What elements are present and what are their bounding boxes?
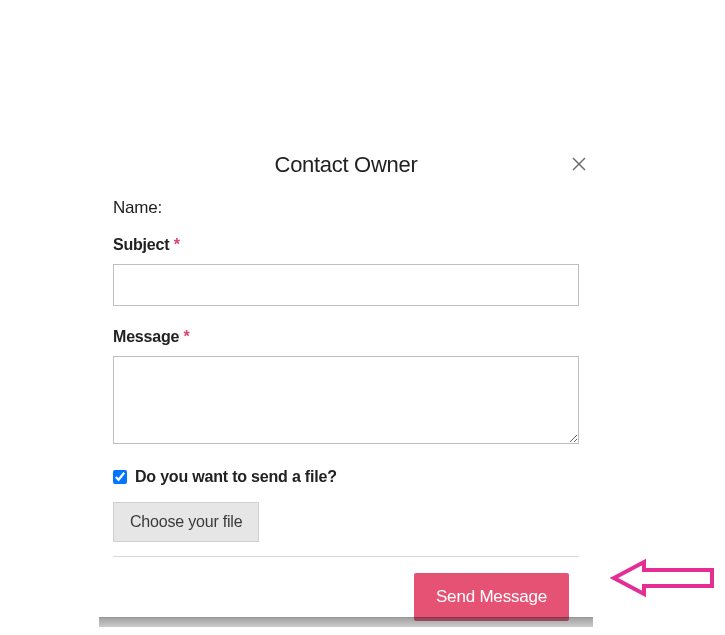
modal-title: Contact Owner	[99, 152, 593, 178]
required-indicator: *	[183, 328, 189, 345]
subject-input[interactable]	[113, 264, 579, 306]
subject-label-text: Subject	[113, 236, 169, 253]
send-message-button[interactable]: Send Message	[414, 573, 569, 621]
send-file-checkbox-label: Do you want to send a file?	[135, 468, 337, 486]
message-label-text: Message	[113, 328, 179, 345]
send-file-checkbox[interactable]	[113, 470, 127, 484]
close-icon[interactable]	[571, 156, 587, 176]
choose-file-button[interactable]: Choose your file	[113, 502, 259, 542]
modal-body: Name: Subject * Message * Do you want to…	[99, 198, 593, 557]
message-label: Message *	[113, 328, 579, 346]
required-indicator: *	[174, 236, 180, 253]
modal-header: Contact Owner	[99, 138, 593, 198]
file-checkbox-row: Do you want to send a file?	[113, 468, 579, 486]
backdrop-strip	[99, 617, 593, 627]
name-label: Name:	[113, 198, 579, 218]
subject-label: Subject *	[113, 236, 579, 254]
arrow-annotation-icon	[610, 558, 716, 602]
message-textarea[interactable]	[113, 356, 579, 444]
contact-owner-modal: Contact Owner Name: Subject * Message * …	[99, 138, 593, 621]
modal-footer: Send Message	[99, 557, 593, 621]
